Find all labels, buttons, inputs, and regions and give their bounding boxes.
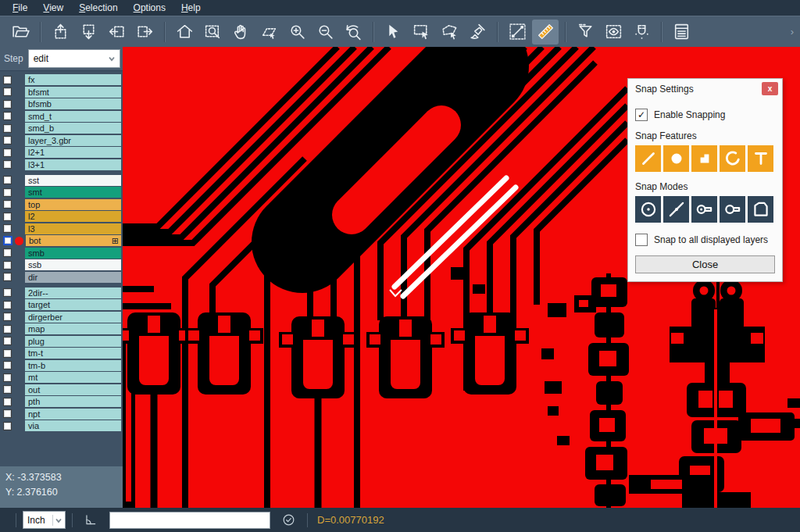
layer-visibility-checkbox[interactable] <box>3 422 12 430</box>
layer-visibility-checkbox[interactable] <box>3 76 12 84</box>
snap-center-button[interactable] <box>635 196 661 223</box>
menu-view[interactable]: View <box>35 0 71 16</box>
close-button[interactable]: Close <box>635 255 775 273</box>
snap-all-layers-checkbox[interactable] <box>635 234 648 246</box>
grid-icon[interactable]: ⊞ <box>112 237 119 245</box>
snap-button[interactable] <box>628 20 655 45</box>
layer-visibility-checkbox[interactable] <box>3 100 12 109</box>
layer-item-layer_3.gbr[interactable]: layer_3.gbr <box>25 135 121 146</box>
layer-visibility-checkbox[interactable] <box>3 136 12 145</box>
snap-arc-button[interactable] <box>720 145 745 172</box>
zoom-out-button[interactable] <box>312 20 338 45</box>
layer-item-sst[interactable]: sst <box>25 175 121 186</box>
layer-visibility-checkbox[interactable] <box>3 361 12 370</box>
nudge-up-button[interactable] <box>47 20 73 45</box>
layer-item-smd_t[interactable]: smd_t <box>25 111 121 122</box>
layer-visibility-checkbox[interactable] <box>3 248 12 257</box>
layer-visibility-checkbox[interactable] <box>3 261 12 270</box>
enable-snapping-checkbox[interactable]: ✓ <box>635 109 648 121</box>
layer-item-dirgerber[interactable]: dirgerber <box>25 312 121 323</box>
open-project-button[interactable] <box>7 20 34 45</box>
pcb-canvas[interactable]: Snap Settings x ✓ Enable Snapping Snap F… <box>123 47 800 508</box>
layer-item-bfsmb[interactable]: bfsmb <box>25 98 121 109</box>
layer-visibility-checkbox[interactable] <box>3 301 12 309</box>
layer-visibility-checkbox[interactable] <box>3 398 12 406</box>
layer-item-tm-t[interactable]: tm-t <box>25 348 121 359</box>
layer-visibility-checkbox[interactable] <box>3 236 12 245</box>
layer-item-mt[interactable]: mt <box>25 372 121 383</box>
layer-item-l2[interactable]: l2 <box>25 211 121 222</box>
layer-visibility-checkbox[interactable] <box>3 212 12 221</box>
layer-item-smb[interactable]: smb <box>25 248 121 259</box>
nudge-down-button[interactable] <box>75 20 102 45</box>
snap-midpoint-button[interactable] <box>663 196 689 223</box>
menu-selection[interactable]: Selection <box>71 0 125 16</box>
menu-options[interactable]: Options <box>126 0 173 16</box>
report-button[interactable] <box>668 20 695 45</box>
angle-icon[interactable] <box>84 512 98 527</box>
nudge-left-button[interactable] <box>103 20 130 45</box>
layer-visibility-checkbox[interactable] <box>3 337 12 345</box>
sync-check-icon[interactable] <box>281 512 296 527</box>
nudge-right-button[interactable] <box>131 20 158 45</box>
zoom-in-button[interactable] <box>284 20 310 45</box>
layer-visibility-checkbox[interactable] <box>3 176 12 184</box>
select-polygon-button[interactable] <box>436 20 462 45</box>
snap-corner-button[interactable] <box>748 196 773 223</box>
layer-visibility-checkbox[interactable] <box>3 87 12 96</box>
ruler-button[interactable] <box>532 20 559 45</box>
layer-item-top[interactable]: top <box>25 199 121 210</box>
snap-pad-button[interactable] <box>663 145 689 172</box>
menu-file[interactable]: File <box>5 0 35 16</box>
step-select[interactable]: edit <box>28 49 120 68</box>
dialog-title-bar[interactable]: Snap Settings x <box>628 79 782 98</box>
layer-item-pth[interactable]: pth <box>25 396 121 407</box>
snap-text-button[interactable] <box>748 145 773 172</box>
snap-pad-entry-button[interactable] <box>720 196 745 223</box>
snap-pad-mid-button[interactable] <box>691 196 717 223</box>
layer-item-bot[interactable]: bot⊞ <box>26 235 121 246</box>
toolbar-overflow-chevron[interactable]: › <box>791 26 797 37</box>
select-cursor-button[interactable] <box>380 20 406 45</box>
layer-item-l3+1[interactable]: l3+1 <box>25 159 121 170</box>
layer-visibility-checkbox[interactable] <box>3 148 12 157</box>
layer-item-target[interactable]: target <box>25 299 121 310</box>
layer-visibility-checkbox[interactable] <box>3 188 12 197</box>
layer-visibility-checkbox[interactable] <box>3 273 12 281</box>
layer-visibility-checkbox[interactable] <box>3 224 12 233</box>
layer-item-l2+1[interactable]: l2+1 <box>25 147 121 158</box>
command-input[interactable] <box>109 512 270 529</box>
layer-visibility-checkbox[interactable] <box>3 409 12 418</box>
zoom-previous-button[interactable] <box>340 20 366 45</box>
layer-item-npt[interactable]: npt <box>25 409 121 420</box>
view-options-button[interactable] <box>600 20 627 45</box>
clear-selection-button[interactable] <box>464 20 491 45</box>
menu-help[interactable]: Help <box>173 0 209 16</box>
pan-hand-button[interactable] <box>227 20 254 45</box>
layer-visibility-checkbox[interactable] <box>3 200 12 209</box>
filter-button[interactable] <box>572 20 598 45</box>
layer-item-2dir--[interactable]: 2dir-- <box>25 287 121 298</box>
layer-item-smt[interactable]: smt <box>25 187 121 198</box>
layer-item-via[interactable]: via <box>25 420 121 431</box>
layer-visibility-checkbox[interactable] <box>3 112 12 120</box>
measure-distance-button[interactable] <box>504 20 530 45</box>
zoom-window-button[interactable] <box>199 20 226 45</box>
select-rectangle-button[interactable] <box>408 20 434 45</box>
layer-item-ssb[interactable]: ssb <box>25 259 121 270</box>
layer-item-l3[interactable]: l3 <box>25 223 121 234</box>
zoom-home-button[interactable] <box>171 20 198 45</box>
layer-item-smd_b[interactable]: smd_b <box>25 123 121 134</box>
layer-item-out[interactable]: out <box>25 384 121 395</box>
layer-visibility-checkbox[interactable] <box>3 373 12 382</box>
zoom-object-button[interactable] <box>255 20 282 45</box>
unit-select[interactable]: Inch <box>23 511 66 529</box>
layer-visibility-checkbox[interactable] <box>3 312 12 321</box>
layer-visibility-checkbox[interactable] <box>3 160 12 169</box>
layer-item-map[interactable]: map <box>25 323 121 334</box>
dialog-close-button[interactable]: x <box>762 82 778 95</box>
snap-surface-button[interactable] <box>691 145 717 172</box>
layer-visibility-checkbox[interactable] <box>3 124 12 133</box>
layer-item-bfsmt[interactable]: bfsmt <box>25 87 121 98</box>
snap-line-button[interactable] <box>635 145 661 172</box>
